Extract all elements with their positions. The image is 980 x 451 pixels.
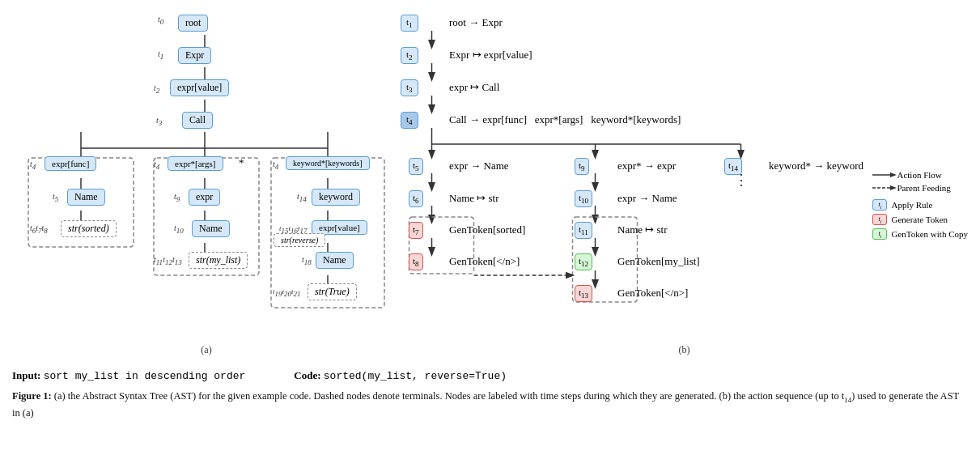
- node-t4a-exprfunc: expr[func]: [45, 156, 96, 171]
- b-t6-label: t6: [409, 190, 423, 207]
- b-t11-rule: Name ↦ str: [617, 223, 668, 236]
- legend-gen-token-label: Generate Token: [891, 215, 948, 224]
- node-t18-name: Name: [316, 252, 354, 269]
- legend-gentoken-copy-label: GenToken with Copy: [891, 229, 968, 239]
- b-t4-label: t4: [401, 112, 418, 129]
- main-container: t0 root t1 Expr t2 expr[value] t3: [0, 0, 980, 451]
- legend-gen-token: ti Generate Token: [872, 214, 968, 225]
- node-t2-label: t2: [154, 81, 159, 95]
- b-t13-label: t13: [575, 285, 592, 302]
- legend: Action Flow Parent Feeding ti Apply Rule…: [872, 170, 968, 243]
- b-t11-label: t11: [575, 222, 592, 239]
- node-t10-name: Name: [192, 220, 230, 237]
- b-t14-label: t14: [724, 158, 742, 175]
- b-t7-rule: GenToken[sorted]: [449, 223, 525, 236]
- svg-marker-42: [890, 172, 897, 177]
- input-code-row: Input: sort my_list in descending order …: [12, 363, 968, 382]
- b-t7-label: t7: [409, 222, 423, 239]
- input-label: Input:: [12, 369, 40, 381]
- legend-parent-feeding-label: Parent Feeding: [897, 183, 950, 193]
- legend-gentoken-copy-box: ti: [872, 228, 887, 240]
- legend-gentoken-copy: ti GenToken with Copy: [872, 228, 968, 240]
- b-t13-rule: GenToken[</n>]: [617, 287, 688, 300]
- node-t3-call: Call: [182, 112, 213, 129]
- b-t8-label: t8: [409, 253, 423, 270]
- legend-action-flow-label: Action Flow: [897, 170, 941, 180]
- b-t1-rule: root → Expr: [449, 16, 503, 29]
- node-t10-label: t10: [174, 221, 184, 235]
- b-t2-label: t2: [401, 47, 418, 64]
- b-t14-rule: keyword* → keyword: [769, 160, 863, 172]
- b-t8-rule: GenToken[</n>]: [449, 255, 520, 268]
- node-t192021-str: str(True): [308, 283, 357, 300]
- node-t14a-label: t14: [297, 189, 307, 203]
- b-t5-rule: expr → Name: [449, 160, 509, 172]
- node-t2-exprvalue: expr[value]: [170, 79, 229, 96]
- part-b: ⋮ t1: [401, 8, 968, 356]
- legend-gen-token-box: ti: [872, 214, 887, 225]
- node-t0-label: t0: [158, 12, 163, 26]
- b-t4-rule: Call → expr[func] expr*[args] keyword*[k…: [449, 113, 681, 126]
- legend-apply-rule-label: Apply Rule: [891, 200, 932, 210]
- legend-parent-feeding: Parent Feeding: [872, 183, 968, 193]
- node-t4c-keyword: keyword*[keywords]: [286, 156, 370, 170]
- legend-apply-rule-box: ti: [872, 199, 887, 211]
- node-t5-name: Name: [67, 189, 105, 206]
- part-a-caption: (a): [12, 344, 401, 356]
- node-t1-expr: Expr: [178, 47, 211, 64]
- b-t6-rule: Name ↦ str: [449, 192, 499, 205]
- b-t1-label: t1: [401, 15, 418, 32]
- part-a: t0 root t1 Expr t2 expr[value] t3: [12, 8, 401, 356]
- node-t14a-keyword: keyword: [312, 189, 360, 206]
- node-t111213-str: str(my_list): [189, 252, 248, 269]
- figure-caption: Figure 1: (a) the Abstract Syntax Tree (…: [12, 389, 968, 421]
- node-t1-label: t1: [158, 47, 163, 61]
- node-t5-label: t5: [53, 189, 58, 203]
- diagram-area: t0 root t1 Expr t2 expr[value] t3: [12, 8, 968, 356]
- b-t9-rule: expr* → expr: [617, 160, 676, 172]
- code-label: Code:: [294, 369, 320, 381]
- b-t12-rule: GenToken[my_list]: [617, 255, 700, 268]
- node-strreverse: str(reverse): [274, 233, 325, 247]
- node-t111213-label: t11t12t13: [154, 253, 182, 266]
- node-t9-expr: expr: [189, 189, 220, 206]
- node-t4b-label: t4: [154, 157, 159, 171]
- node-t0-root: root: [178, 15, 208, 32]
- svg-marker-44: [890, 185, 897, 190]
- b-t10-label: t10: [575, 190, 592, 207]
- b-t5-label: t5: [409, 158, 423, 175]
- node-t9-label: t9: [174, 189, 180, 203]
- star-args: *: [239, 156, 244, 169]
- b-t2-rule: Expr ↦ expr[value]: [449, 49, 532, 62]
- node-t678-str: str(sorted): [61, 220, 117, 237]
- b-t12-label: t12: [575, 253, 592, 270]
- node-t3-label: t3: [156, 113, 162, 127]
- code-line: Code: sorted(my_list, reverse=True): [294, 369, 507, 382]
- node-t678-label: t6t7t8: [30, 221, 48, 235]
- b-t3-label: t3: [401, 79, 418, 96]
- code-text: sorted(my_list, reverse=True): [324, 370, 507, 382]
- input-line: Input: sort my_list in descending order: [12, 369, 245, 382]
- node-t18-label: t18: [302, 253, 312, 266]
- b-t9-label: t9: [575, 158, 589, 175]
- node-t4b-exprargs: expr*[args]: [168, 156, 223, 171]
- input-text: sort my_list in descending order: [44, 370, 246, 382]
- node-t4c-label: t4: [273, 157, 278, 171]
- part-b-caption: (b): [401, 344, 968, 356]
- node-t192021-label: t19t20t21: [273, 284, 301, 298]
- b-t10-rule: expr → Name: [617, 192, 677, 205]
- node-t4a-label: t4: [30, 157, 36, 171]
- b-t3-rule: expr ↦ Call: [449, 81, 499, 94]
- legend-action-flow: Action Flow: [872, 170, 968, 180]
- legend-apply-rule: ti Apply Rule: [872, 199, 968, 211]
